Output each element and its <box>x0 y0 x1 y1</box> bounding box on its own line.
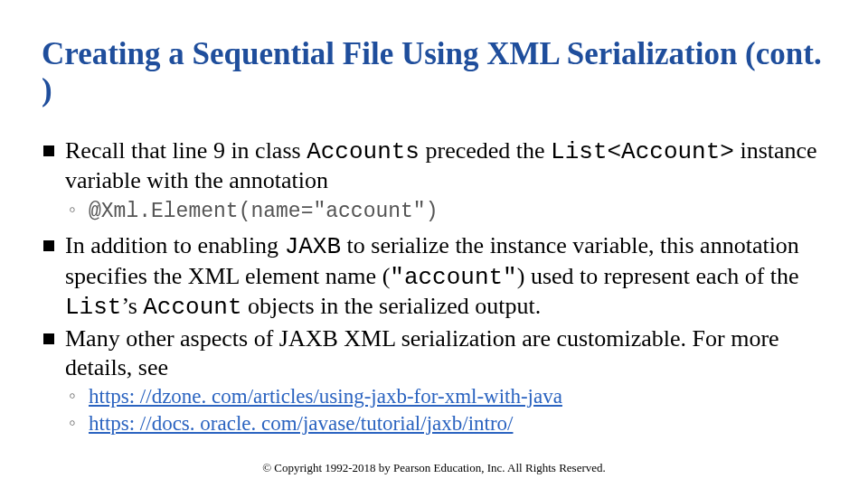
text: preceded the <box>420 137 551 164</box>
text: ) used to represent each of the <box>517 263 799 289</box>
code: List <box>65 294 121 321</box>
copyright-text: © Copyright 1992-2018 by Pearson Educati… <box>0 461 868 475</box>
slide-title: Creating a Sequential File Using XML Ser… <box>42 36 826 109</box>
sub-list: @Xml.Element(name="account") <box>65 197 826 226</box>
bullet-item-3: Many other aspects of JAXB XML serializa… <box>42 324 826 437</box>
code: List<Account> <box>551 138 734 165</box>
bullet-list: Recall that line 9 in class Accounts pre… <box>42 136 826 438</box>
link-oracle-docs[interactable]: https: //docs. oracle. com/javase/tutori… <box>89 412 513 435</box>
sub-list-links: https: //dzone. com/articles/using-jaxb-… <box>65 383 826 437</box>
code: Accounts <box>307 138 420 165</box>
slide: Creating a Sequential File Using XML Ser… <box>0 0 868 488</box>
code: @Xml.Element(name="account") <box>89 200 438 223</box>
text: objects in the serialized output. <box>241 293 541 319</box>
link-dzone[interactable]: https: //dzone. com/articles/using-jaxb-… <box>89 385 562 408</box>
text: ’s <box>121 293 143 319</box>
text: Recall that line 9 in class <box>65 137 307 164</box>
sub-item-code: @Xml.Element(name="account") <box>65 197 826 226</box>
text: Many other aspects of JAXB XML serializa… <box>65 325 779 380</box>
code: Account <box>143 294 241 321</box>
sub-item-link-1: https: //dzone. com/articles/using-jaxb-… <box>65 383 826 410</box>
sub-item-link-2: https: //docs. oracle. com/javase/tutori… <box>65 410 826 437</box>
bullet-item-2: In addition to enabling JAXB to serializ… <box>42 231 826 323</box>
bullet-item-1: Recall that line 9 in class Accounts pre… <box>42 136 826 226</box>
code: "account" <box>390 264 516 291</box>
code: JAXB <box>285 233 341 260</box>
text: In addition to enabling <box>65 232 285 258</box>
